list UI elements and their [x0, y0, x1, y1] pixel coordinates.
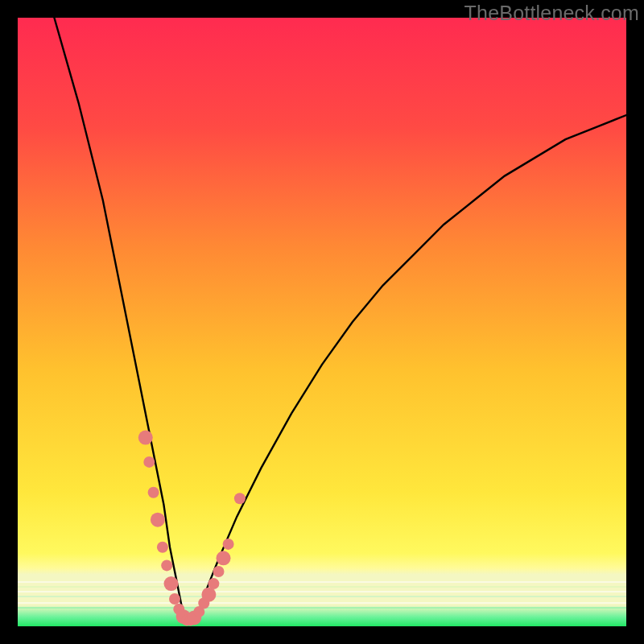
sample-dot [164, 576, 179, 591]
sample-dot [201, 588, 216, 602]
sample-dot [143, 456, 155, 468]
chart-frame: TheBottleneck.com [0, 0, 644, 644]
sample-dot [161, 559, 172, 571]
sample-dot [213, 566, 225, 577]
sample-dot [223, 539, 234, 550]
sample-dot [148, 487, 159, 498]
svg-rect-4 [18, 602, 626, 604]
chart-svg [18, 18, 626, 626]
svg-rect-2 [18, 591, 626, 592]
svg-rect-3 [18, 596, 626, 597]
sample-dot [234, 493, 246, 504]
sample-dot [169, 593, 180, 605]
heat-background [18, 18, 626, 626]
sample-dot [138, 431, 153, 445]
plot-area [18, 18, 626, 626]
svg-rect-1 [18, 586, 626, 588]
sample-dot [157, 542, 168, 553]
sample-dot [208, 578, 219, 589]
sample-dot [217, 551, 231, 565]
sample-dot [151, 513, 165, 527]
svg-rect-5 [18, 607, 626, 609]
svg-rect-0 [18, 581, 626, 583]
watermark-text: TheBottleneck.com [464, 2, 639, 25]
